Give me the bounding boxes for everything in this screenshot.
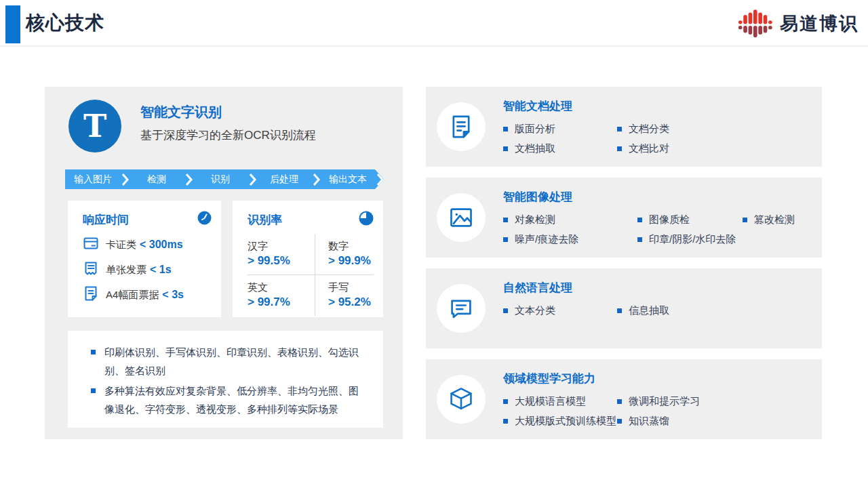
feature-panel-document-processing: 智能文档处理 版面分析 文档抽取 文档分类 文档比对 [426,87,822,167]
rate-label: 手写 [328,281,374,294]
rate-cell: 英文 > 99.7% [248,275,315,316]
slide: 核心技术 [0,0,868,488]
response-value: < 3s [162,289,184,301]
rate-label: 数字 [328,240,374,253]
feature-item: 版面分析 [503,123,617,136]
feature-item: 微调和提示学习 [617,395,700,408]
rate-label: 英文 [248,281,315,294]
recognition-rate-box: 识别率 汉字 > 99.5% 数字 > 99.9% 英文 > 99.7% [233,201,383,317]
feature-item: 对象检测 [503,214,637,226]
feature-item: 噪声/痕迹去除 [503,233,637,246]
chevron-right-icon [121,173,129,186]
flow-step: 输出文本 [320,174,376,186]
logo-soundwave-icon [738,6,773,41]
ocr-panel-subtitle: 基于深度学习的全新OCR识别流程 [140,127,316,143]
feature-item: 图像质检 [637,214,743,226]
feature-title: 智能文档处理 [503,98,815,114]
rate-grid: 汉字 > 99.5% 数字 > 99.9% 英文 > 99.7% 手写 > 95… [248,234,374,316]
page-title: 核心技术 [26,0,104,45]
text-recognition-badge-icon: T [68,100,121,152]
feature-item: 信息抽取 [617,304,669,317]
square-bullet-icon [637,218,642,222]
feature-title: 领域模型学习能力 [503,371,815,386]
response-time-title: 响应时间 [83,211,129,228]
rate-value: > 99.7% [248,296,315,309]
chat-icon [437,284,486,333]
capability-item: 印刷体识别、手写体识别、印章识别、表格识别、勾选识别、签名识别 [91,343,366,380]
square-bullet-icon [503,237,508,242]
response-value: < 1s [150,264,172,276]
feature-item: 文档分类 [617,123,669,136]
square-bullet-icon [617,127,622,131]
cube-icon [437,375,486,424]
feature-title: 智能图像处理 [503,189,815,205]
rate-cell: 汉字 > 99.5% [248,234,315,275]
flow-step: 后处理 [256,174,312,186]
square-bullet-icon [617,146,622,151]
clock-icon [197,211,212,228]
pie-chart-icon [359,211,374,228]
square-bullet-icon [617,308,622,313]
document-lines-icon [437,102,486,151]
document-icon [83,285,99,304]
ocr-flow-arrow: 输入图片 检测 识别 后处理 输出文本 [65,169,384,189]
square-bullet-icon [503,218,508,222]
capability-item: 多种算法有效应对复杂背景、低分辨率、非均匀光照、图像退化、字符变形、透视变形、多… [91,382,366,418]
capabilities-box: 印刷体识别、手写体识别、印章识别、表格识别、勾选识别、签名识别 多种算法有效应对… [68,331,383,428]
square-bullet-icon [617,419,622,424]
flow-step: 识别 [193,174,248,186]
response-value: < 300ms [140,239,183,251]
feature-item: 篡改检测 [743,214,795,226]
chevron-right-icon [248,173,256,186]
rate-value: > 99.9% [328,254,374,268]
rate-cell: 手写 > 95.2% [315,275,374,316]
rate-cell: 数字 > 99.9% [315,234,374,275]
flow-step: 输入图片 [65,174,121,186]
feature-item: 大规模语言模型 [503,395,617,408]
receipt-icon [83,260,99,279]
logo-text: 易道博识 [780,12,859,36]
square-bullet-icon [743,218,747,222]
response-time-box: 响应时间 卡证类 < 300ms 单张发票 < 1s [68,201,221,317]
feature-panel-nlp: 自然语言处理 文本分类 信息抽取 [426,268,822,348]
rate-label: 汉字 [248,240,315,253]
feature-item: 大规模版式预训练模型 [503,415,617,428]
square-bullet-icon [637,237,642,242]
response-row: 单张发票 < 1s [83,262,212,278]
feature-panel-image-processing: 智能图像处理 对象检测 噪声/痕迹去除 图像质检 印章/阴影/水印去除 篡改检测 [426,178,822,258]
response-row: 卡证类 < 300ms [83,237,212,253]
header-accent-bar [5,5,20,43]
square-bullet-icon [617,399,622,404]
ocr-panel: T 智能文字识别 基于深度学习的全新OCR识别流程 输入图片 检测 识别 后处理… [45,87,403,439]
response-row: A4幅面票据 < 3s [83,287,212,303]
chevron-right-icon [376,173,384,186]
chevron-right-icon [184,173,193,186]
feature-item: 知识蒸馏 [617,415,700,428]
rate-value: > 95.2% [328,296,374,309]
badge-letter: T [83,110,106,142]
flow-step: 检测 [129,174,184,186]
feature-title: 自然语言处理 [503,280,815,296]
feature-item: 文本分类 [503,304,617,317]
chevron-right-icon [312,173,320,186]
ocr-panel-title: 智能文字识别 [140,103,222,121]
square-bullet-icon [503,399,508,404]
square-bullet-icon [503,419,508,424]
header: 核心技术 [0,0,868,47]
card-icon [83,235,99,254]
feature-item: 印章/阴影/水印去除 [637,233,743,246]
feature-item: 文档比对 [617,142,669,155]
square-bullet-icon [503,308,508,313]
feature-item: 文档抽取 [503,142,617,155]
square-bullet-icon [503,146,508,151]
rate-value: > 99.5% [248,254,315,268]
response-label: 卡证类 [106,239,136,251]
response-label: 单张发票 [106,264,146,277]
image-icon [437,193,486,242]
response-label: A4幅面票据 [106,289,159,302]
square-bullet-icon [503,127,508,131]
company-logo: 易道博识 [738,6,859,41]
recognition-rate-title: 识别率 [248,211,282,228]
feature-panel-model-learning: 领域模型学习能力 大规模语言模型 大规模版式预训练模型 微调和提示学习 知识蒸馏 [426,359,822,439]
